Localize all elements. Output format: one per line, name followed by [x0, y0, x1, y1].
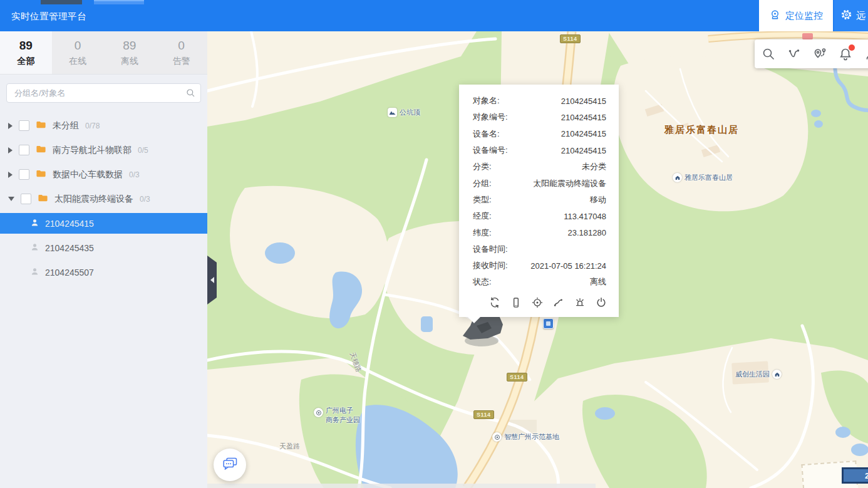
popup-row: 对象编号:2104245415 [473, 109, 606, 125]
sidebar: 89 全部 0 在线 89 离线 0 告警 [0, 31, 207, 488]
house-icon [673, 173, 682, 182]
tree-device-row-selected[interactable]: 2104245415 [0, 213, 207, 234]
popup-row: 设备时间: [473, 241, 606, 257]
gear-icon [840, 9, 852, 23]
highway-badge: S114 [507, 373, 527, 382]
filter-online[interactable]: 0 在线 [52, 31, 104, 74]
tab-location-monitor[interactable]: 定位监控 [759, 0, 833, 31]
filter-alarm[interactable]: 0 告警 [155, 31, 207, 74]
group-checkbox[interactable] [19, 120, 29, 131]
map-poi-marker-icon[interactable] [543, 318, 554, 329]
filter-label: 告警 [173, 56, 190, 67]
page-title: 实时位置管理平台 [11, 11, 86, 23]
refresh-icon[interactable] [488, 296, 501, 309]
sidebar-collapse-handle[interactable] [207, 256, 217, 304]
tree-device-row[interactable]: 2104245507 [0, 260, 207, 284]
alarm-icon[interactable] [574, 296, 586, 309]
filter-offline[interactable]: 89 离线 [104, 31, 156, 74]
group-checkbox[interactable] [19, 145, 29, 155]
popup-row: 状态:离线 [473, 274, 606, 290]
popup-row: 类型:移动 [473, 192, 606, 208]
popup-row: 设备编号:2104245415 [473, 142, 606, 158]
road-badge [802, 33, 813, 39]
tree-group-row[interactable]: 未分组 0/78 [0, 113, 207, 138]
popup-row: 设备名:2104245415 [473, 126, 606, 142]
device-name: 2104245507 [45, 267, 94, 278]
group-name: 未分组 [53, 120, 79, 132]
track-icon[interactable] [552, 296, 565, 309]
highway-badge: S114 [473, 410, 494, 419]
device-name: 2104245435 [45, 243, 94, 253]
tab-label: 定位监控 [785, 10, 823, 22]
folder-icon [36, 120, 46, 132]
chevron-right-icon[interactable] [8, 123, 13, 129]
popup-row: 分类:未分类 [473, 158, 606, 175]
group-name: 数据中心车载数据 [53, 169, 123, 180]
track-playback-icon[interactable] [787, 46, 802, 61]
popup-row: 经度:113.417048 [473, 208, 606, 224]
filter-count: 89 [123, 39, 136, 53]
search-icon[interactable] [185, 88, 195, 100]
tree-group-row[interactable]: 数据中心车载数据 0/3 [0, 162, 207, 187]
group-count: 0/3 [140, 195, 150, 204]
chevron-right-icon[interactable] [8, 172, 13, 178]
chat-button[interactable] [214, 449, 246, 481]
map-toolbar [755, 39, 868, 68]
alert-badge-dot [849, 44, 855, 51]
filter-count: 0 [178, 39, 185, 53]
browser-tab-artifact [94, 0, 144, 4]
chevron-down-icon[interactable] [8, 197, 14, 201]
map-poi-peak: 公坑顶 [388, 108, 420, 117]
filter-label: 全部 [17, 56, 34, 67]
group-count: 0/5 [138, 146, 148, 155]
filter-all[interactable]: 89 全部 [0, 31, 52, 74]
chat-icon [221, 455, 239, 474]
more-tool-icon[interactable] [864, 46, 868, 61]
location-route-icon[interactable] [812, 46, 827, 61]
notification-bell-icon[interactable] [838, 46, 853, 61]
locate-icon[interactable] [531, 296, 544, 309]
poi-dot-icon [492, 432, 502, 442]
popup-row: 分组:太阳能震动终端设备 [473, 175, 606, 191]
map-poi-smartcity: 智慧广州示范基地 [492, 432, 559, 442]
folder-icon [36, 144, 46, 156]
filter-count: 89 [19, 39, 33, 53]
group-name: 太阳能震动终端设备 [54, 194, 133, 205]
group-checkbox[interactable] [19, 169, 29, 180]
app-header: 实时位置管理平台 定位监控 远 [0, 0, 868, 31]
status-filter-bar: 89 全部 0 在线 89 离线 0 告警 [0, 31, 207, 75]
tree-group-row[interactable]: 太阳能震动终端设备 0/3 [0, 187, 207, 211]
popup-action-bar [473, 291, 606, 312]
map-canvas[interactable]: 公坑顶 雅居乐富春山居 雅居乐富春山居 威创生活园 广州电子 商务产业园 智慧广… [207, 31, 868, 488]
device-info-popup: 对象名:2104245415 对象编号:2104245415 设备名:21042… [459, 85, 619, 317]
tree-device-row[interactable]: 2104245435 [0, 236, 207, 260]
group-count: 0/3 [129, 170, 140, 179]
poi-dot-icon [314, 408, 323, 417]
person-icon [30, 242, 39, 254]
group-checkbox[interactable] [21, 194, 31, 204]
device-tree: 未分组 0/78 南方导航北斗物联部 0/5 数据中心车载数据 0/3 [0, 113, 207, 284]
map-bottom-strip [207, 484, 596, 488]
popup-tail [468, 317, 480, 323]
highway-badge: S114 [560, 34, 581, 43]
tab-label: 远 [856, 10, 865, 22]
filter-label: 在线 [69, 56, 86, 67]
power-icon[interactable] [595, 296, 607, 309]
search-input[interactable] [6, 83, 201, 103]
map-zoom-level-button[interactable]: 2 [842, 467, 868, 484]
webcam-icon [769, 9, 781, 23]
tree-group-row[interactable]: 南方导航北斗物联部 0/5 [0, 138, 207, 162]
tab-remote-settings[interactable]: 远 [834, 0, 868, 31]
person-icon [30, 218, 39, 229]
popup-row: 纬度:23.181280 [473, 224, 606, 241]
popup-row: 接收时间:2021-07-05 16:21:24 [473, 257, 606, 274]
chevron-right-icon[interactable] [8, 147, 13, 153]
group-name: 南方导航北斗物联部 [53, 145, 132, 156]
mountain-icon [388, 108, 397, 117]
search-icon[interactable] [761, 46, 776, 61]
device-icon[interactable] [510, 296, 522, 309]
map-road-label: 天盈路 [279, 442, 300, 451]
browser-tab-artifact [41, 0, 82, 4]
map-poi-wechuang: 威创生活园 [735, 370, 782, 379]
chevron-left-icon [210, 277, 214, 283]
